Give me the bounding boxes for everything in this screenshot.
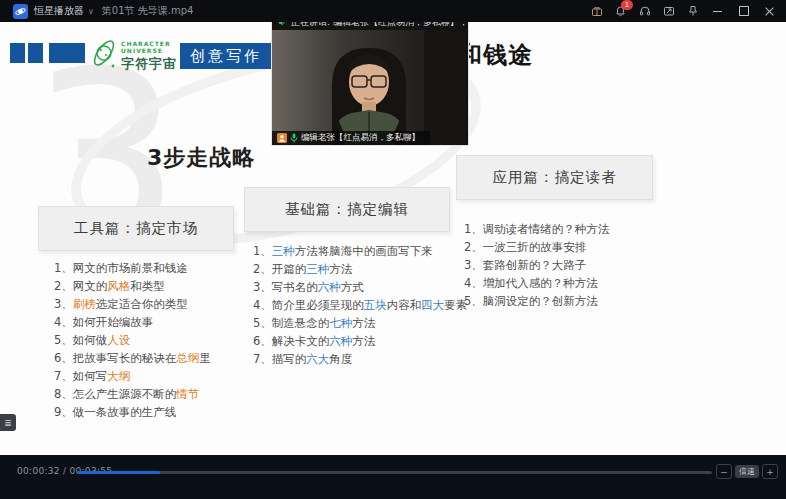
pin-icon[interactable] <box>685 4 700 19</box>
brand-logo-line1: CHARACTER <box>121 40 171 47</box>
brand-bar-3 <box>49 43 85 63</box>
brand-bar-2 <box>28 43 43 63</box>
file-name: 第01节 先导课.mp4 <box>102 4 194 18</box>
list-item: 7、如何写大纲 <box>54 367 211 385</box>
speaking-banner: 正在讲话: 编辑老张【红点易消，多私聊】； <box>272 22 468 30</box>
notification-bell-icon[interactable]: 1 <box>613 4 628 19</box>
list-item: 4、如何开始编故事 <box>54 313 211 331</box>
progress-bar[interactable] <box>77 471 712 474</box>
player-window: 恒星播放器 ∨ 第01节 先导课.mp4 1 <box>0 0 786 499</box>
list-item: 6、把故事写长的秘诀在总纲里 <box>54 349 211 367</box>
list-item: 7、描写的六大角度 <box>253 350 467 368</box>
app-name: 恒星播放器 <box>34 4 84 18</box>
list-item: 4、简介里必须呈现的五块内容和四大要素 <box>253 296 467 314</box>
speaking-banner-text: 正在讲话: 编辑老张【红点易消，多私聊】； <box>291 22 468 29</box>
section-header-application: 应用篇：搞定读者 <box>456 155 653 200</box>
webcam-overlay: 正在讲话: 编辑老张【红点易消，多私聊】； <box>271 22 469 146</box>
speed-increase-button[interactable]: + <box>762 464 778 479</box>
list-item: 3、刷榜选定适合你的类型 <box>54 295 211 313</box>
list-item: 5、脑洞设定的？创新方法 <box>464 292 609 310</box>
screenshot-icon[interactable] <box>661 4 676 19</box>
list-item: 9、做一条故事的生产线 <box>54 403 211 421</box>
titlebar-actions: 1 <box>589 3 786 19</box>
list-item: 2、开篇的三种方法 <box>253 260 467 278</box>
side-panel-handle[interactable]: ≣ <box>0 414 16 431</box>
speed-value[interactable]: 倍速 <box>735 465 759 478</box>
speed-control: − 倍速 + <box>716 464 778 479</box>
application-list: 1、调动读者情绪的？种方法2、一波三折的故事安排3、套路创新的？大路子4、增加代… <box>464 220 609 310</box>
video-area[interactable]: 3 CHARACTER UNIVERSE 字符宇宙 创意写作 和钱途 3步走战略… <box>0 22 786 455</box>
list-item: 4、增加代入感的？种方法 <box>464 274 609 292</box>
brand-bar-1 <box>10 43 25 63</box>
tools-list: 1、网文的市场前景和钱途2、网文的风格和类型3、刷榜选定适合你的类型4、如何开始… <box>54 259 211 421</box>
minimize-button[interactable] <box>709 3 726 19</box>
notification-badge: 1 <box>621 0 633 10</box>
list-item: 1、调动读者情绪的？种方法 <box>464 220 609 238</box>
headphones-icon[interactable] <box>637 4 652 19</box>
section-header-basics: 基础篇：搞定编辑 <box>244 187 450 232</box>
brand-logo-text-en: CHARACTER UNIVERSE <box>121 40 171 54</box>
brand-logo-line2: UNIVERSE <box>121 47 171 54</box>
list-item: 1、三种方法将脑海中的画面写下来 <box>253 242 467 260</box>
titlebar: 恒星播放器 ∨ 第01节 先导课.mp4 1 <box>0 0 786 22</box>
section-header-tools: 工具篇：搞定市场 <box>38 206 234 251</box>
webcam-person <box>272 30 466 145</box>
progress-fill <box>77 471 160 474</box>
list-item: 6、解决卡文的六种方法 <box>253 332 467 350</box>
speaker-label-bar: 编辑老张【红点易消，多私聊】 <box>272 131 430 145</box>
mic-icon <box>290 133 298 143</box>
speaker-icon <box>278 22 286 27</box>
chevron-down-icon[interactable]: ∨ <box>88 7 94 16</box>
strategy-title: 3步走战略 <box>147 143 255 173</box>
course-tag: 创意写作 <box>180 43 272 69</box>
webcam-video: 编辑老张【红点易消，多私聊】 <box>272 30 466 145</box>
list-item: 2、一波三折的故事安排 <box>464 238 609 256</box>
basics-list: 1、三种方法将脑海中的画面写下来2、开篇的三种方法3、写书名的六种方式4、简介里… <box>253 242 467 368</box>
list-item: 5、制造悬念的七种方法 <box>253 314 467 332</box>
list-item: 5、如何做人设 <box>54 331 211 349</box>
maximize-button[interactable] <box>735 3 752 19</box>
app-icon <box>13 4 28 19</box>
list-item: 2、网文的风格和类型 <box>54 277 211 295</box>
brand-logo-icon <box>87 35 121 77</box>
brand-logo-text-cn: 字符宇宙 <box>121 55 177 73</box>
list-item: 3、写书名的六种方式 <box>253 278 467 296</box>
person-icon <box>277 133 287 143</box>
page-title: 和钱途 <box>458 39 533 71</box>
list-item: 3、套路创新的？大路子 <box>464 256 609 274</box>
list-item: 1、网文的市场前景和钱途 <box>54 259 211 277</box>
close-button[interactable] <box>761 3 778 19</box>
controls-bar: 00:00:32 / 00:03:55 − 倍速 + 倍速 字幕 弹 登录后发弹… <box>0 455 786 499</box>
list-item: 8、怎么产生源源不断的情节 <box>54 385 211 403</box>
speaker-label: 编辑老张【红点易消，多私聊】 <box>301 132 420 144</box>
speed-decrease-button[interactable]: − <box>716 464 732 479</box>
gift-icon[interactable] <box>589 4 604 19</box>
